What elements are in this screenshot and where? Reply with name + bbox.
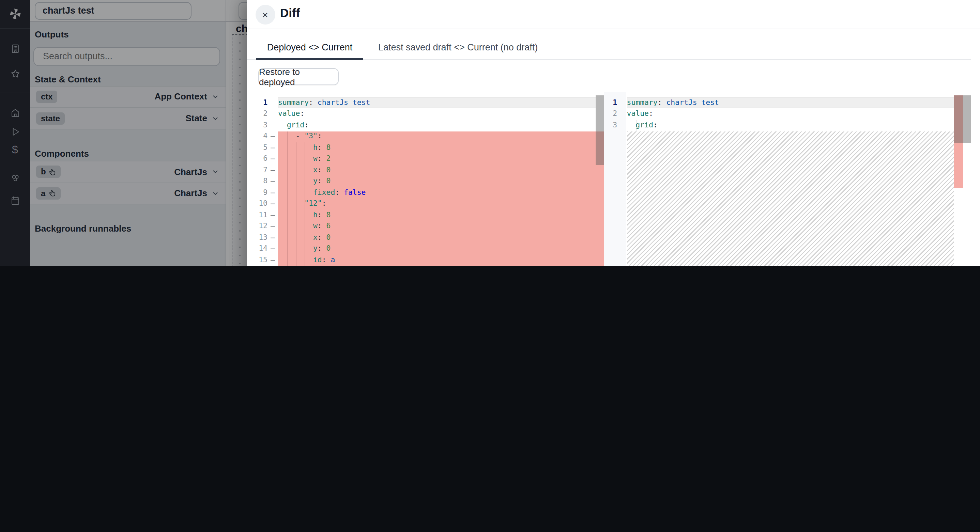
removed-line-indicator: – <box>267 176 278 187</box>
code-line: 2value: <box>247 108 436 119</box>
diff-modal: × Diff Deployed <> Current Latest saved … <box>247 0 980 266</box>
code-line: 5– h: 8 <box>247 142 436 153</box>
code-line: 16– fixed: false <box>247 266 436 266</box>
line-gutter-spacer <box>267 108 278 119</box>
line-gutter-spacer <box>617 97 627 108</box>
removed-line-indicator: – <box>267 153 278 165</box>
divider <box>247 28 980 29</box>
removed-line-indicator: – <box>267 142 278 153</box>
empty-diff-hatch-region <box>627 131 954 266</box>
code-line: 4– - "3": <box>247 131 436 142</box>
modal-backdrop[interactable] <box>0 0 247 266</box>
code-line: 2value: <box>604 108 719 119</box>
code-line: 9– fixed: false <box>247 187 436 198</box>
removed-line-indicator: – <box>267 266 278 266</box>
vertical-scrollbar[interactable] <box>596 95 604 165</box>
line-gutter-spacer <box>267 97 278 108</box>
code-line: 8– y: 0 <box>247 176 436 187</box>
code-line: 15– id: a <box>247 254 436 266</box>
modal-title: Diff <box>280 6 300 21</box>
code-line: 3 grid: <box>247 119 436 131</box>
line-gutter-spacer <box>617 108 627 119</box>
removed-line-indicator: – <box>267 210 278 221</box>
code-line: 1summary: chartJs test <box>247 97 436 108</box>
code-line: 7– x: 0 <box>247 165 436 176</box>
code-line: 11– h: 8 <box>247 210 436 221</box>
tab-deployed-current[interactable]: Deployed <> Current <box>256 42 363 52</box>
close-icon[interactable]: × <box>255 5 275 24</box>
removed-line-indicator: – <box>267 232 278 243</box>
tab-draft-current[interactable]: Latest saved draft <> Current (no draft) <box>378 42 538 52</box>
removed-line-indicator: – <box>267 221 278 232</box>
vertical-scrollbar[interactable] <box>954 95 971 143</box>
restore-to-deployed-button[interactable]: Restore to deployed <box>258 68 339 85</box>
diff-editor-original[interactable]: 1summary: chartJs test2value:3 grid:4– -… <box>247 92 604 266</box>
removed-line-indicator: – <box>267 131 278 142</box>
code-line: 12– w: 6 <box>247 221 436 232</box>
removed-line-indicator: – <box>267 243 278 254</box>
app-root: $ → Outputs State & Context <box>0 0 980 266</box>
code-line: 3 grid: <box>604 119 719 131</box>
removed-line-indicator: – <box>267 187 278 198</box>
code-line: 6– w: 2 <box>247 153 436 165</box>
line-gutter-spacer <box>617 119 627 131</box>
code-line: 1summary: chartJs test <box>604 97 719 108</box>
code-line: 10– "12": <box>247 198 436 210</box>
removed-line-indicator: – <box>267 198 278 210</box>
diff-left-lines: 1summary: chartJs test2value:3 grid:4– -… <box>247 97 436 266</box>
line-gutter-spacer <box>267 119 278 131</box>
removed-line-indicator: – <box>267 165 278 176</box>
removed-line-indicator: – <box>267 254 278 266</box>
diff-right-lines: 1summary: chartJs test2value:3 grid: <box>604 97 719 131</box>
diff-editor-modified[interactable]: 1summary: chartJs test2value:3 grid: <box>604 92 980 266</box>
code-line: 13– x: 0 <box>247 232 436 243</box>
active-tab-underline <box>256 58 363 60</box>
code-line: 14– y: 0 <box>247 243 436 254</box>
